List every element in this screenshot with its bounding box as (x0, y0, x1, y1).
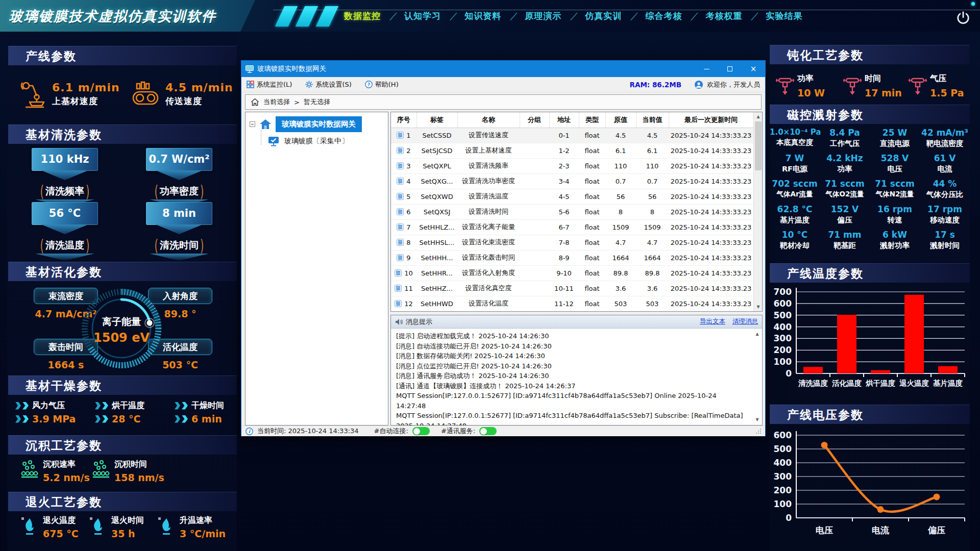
nav-item-8[interactable]: 实验结果 (765, 8, 804, 24)
annealing-value: 3 °C/min (180, 528, 226, 539)
table-row[interactable]: 2SetSJCSD设置上基材速度1-2float6.16.12025-10-24… (391, 143, 753, 158)
table-cell: 2-3 (549, 158, 579, 173)
drying-item-pressure: 风力气压 3.9 MPa (15, 399, 93, 425)
table-header-cell[interactable]: 原值 (605, 112, 636, 128)
table-row[interactable]: 11SetHHZ...设置活化真空度10-11float3.63.62025-1… (391, 281, 753, 296)
nav-item-7[interactable]: 考核权重 (704, 8, 743, 24)
sputtering-cell: 71 sccm气体O2流量 (820, 179, 870, 204)
nav-item-1[interactable]: 数据监控 (343, 8, 382, 24)
deposition-value: 5.2 nm/s (43, 472, 90, 483)
minimize-button[interactable] (695, 61, 718, 77)
scroll-down-icon[interactable]: ▼ (754, 303, 763, 311)
point-偏压 (934, 493, 940, 500)
scroll-down-icon[interactable]: ▼ (753, 415, 762, 424)
menu-system-monitor[interactable]: 系统监控(L) (247, 80, 292, 89)
table-header-cell[interactable]: 最后一次更新时间 (669, 112, 753, 128)
table-row[interactable]: 5SetQXWD设置清洗温度4-5float56562025-10-24 14:… (391, 189, 753, 204)
passivation-item-pressure: 气压 1.5 Pa (906, 73, 972, 98)
tree-node-collector[interactable]: 玻璃镀膜〔采集中〕 (261, 133, 388, 150)
table-header-cell[interactable]: 当前值 (636, 112, 669, 128)
sputtering-cell: 62.8 °C基片温度 (770, 204, 820, 230)
power-icon[interactable] (955, 10, 971, 26)
tag-row-icon (397, 223, 404, 231)
scrollbar-thumb[interactable] (755, 121, 762, 170)
table-header-cell[interactable]: 分组 (520, 112, 549, 128)
table-cell (520, 281, 549, 296)
table-cell: 3-4 (549, 173, 579, 189)
plasma-tool-icon (843, 74, 862, 101)
export-text-link[interactable]: 导出文本 (700, 317, 725, 326)
section-title: 产线电压参数 (787, 408, 864, 421)
table-row[interactable]: 8SetHHSL...设置活化束流密度7-8float4.74.72025-10… (391, 235, 753, 250)
menu-system-settings[interactable]: 系统设置(S) (305, 80, 351, 89)
section-title: 钝化工艺参数 (787, 48, 864, 62)
tree-expander-icon[interactable] (250, 121, 255, 127)
clean-param-power-density: 0.7 W/cm² (功率密度) (146, 148, 212, 207)
deposition-item-rate: 沉积速率 5.2 nm/s (20, 459, 90, 483)
table-header-cell[interactable]: 序号 (391, 112, 416, 128)
sputtering-cell: 61 V电流 (920, 153, 970, 179)
table-cell (520, 158, 549, 173)
autoconnect-toggle[interactable] (412, 427, 430, 435)
table-cell: 2 (391, 143, 416, 158)
table-cell: SetHHZ... (416, 281, 457, 296)
table-cell: 1664 (605, 250, 636, 265)
table-row[interactable]: 7SetHHLZ...设置活化离子能量6-7float150915092025-… (391, 219, 753, 235)
svg-text:400: 400 (774, 458, 792, 468)
table-cell: SetHHH... (416, 250, 457, 265)
table-cell: 0-1 (549, 128, 579, 143)
window-title: 玻璃镀膜实时数据网关 (257, 64, 326, 73)
nav-item-6[interactable]: 综合考核 (644, 8, 683, 24)
resize-grip[interactable] (756, 429, 761, 434)
sputtering-label: 偏压 (820, 215, 870, 225)
table-header-cell[interactable]: 地址 (549, 112, 579, 128)
table-scrollbar[interactable]: ▲ ▼ (753, 112, 762, 311)
deposition-value: 158 nm/s (114, 472, 164, 483)
nav-item-3[interactable]: 知识资料 (463, 8, 502, 24)
nav-item-5[interactable]: 仿真实训 (584, 8, 623, 24)
drying-label: 干燥时间 (191, 400, 224, 411)
table-header-cell[interactable]: 名称 (457, 112, 520, 128)
sputtering-label: 气体N2流量 (870, 190, 920, 199)
menu-help[interactable]: ? 帮助(H) (365, 80, 399, 89)
chevron-icon (175, 402, 180, 410)
close-button[interactable]: × (742, 61, 765, 77)
sputtering-label: 电压 (870, 164, 920, 174)
production-item-conveyor-speed: 4.5 m/min 传送速度 (132, 80, 233, 108)
table-row[interactable]: 12SetHHWD设置活化温度11-12float5035032025-10-2… (391, 296, 753, 311)
table-header-cell[interactable]: 类型 (579, 112, 605, 128)
sputtering-label: 气体O2流量 (820, 190, 870, 199)
table-row[interactable]: 4SetQXG...设置清洗功率密度3-4float0.70.72025-10-… (391, 173, 753, 189)
maximize-button[interactable] (718, 61, 742, 77)
clear-messages-link[interactable]: 清理消息 (732, 317, 758, 326)
breadcrumb[interactable]: 当前选择 > 暂无选择 (245, 94, 762, 110)
sputtering-cell: 17 rpm移动速度 (920, 204, 970, 230)
table-cell: 2025-10-24 14:33:33.23 (669, 281, 753, 296)
svg-text:300: 300 (774, 333, 792, 343)
table-row[interactable]: 1SetCSSD设置传送速度0-1float4.54.52025-10-24 1… (391, 128, 753, 143)
table-row[interactable]: 3SetQXPL设置清洗频率2-3float1101102025-10-24 1… (391, 158, 753, 173)
sputtering-label: 功率 (820, 164, 870, 174)
annealing-label: 退火时间 (111, 515, 144, 526)
ion-energy-gauge: 离子能量 1509 eV (77, 284, 166, 373)
table-row[interactable]: 10SetHHR...设置活化入射角度9-10float89.889.82025… (391, 265, 753, 281)
table-row[interactable]: 6SetQXSJ设置清洗时间5-6float882025-10-24 14:33… (391, 204, 753, 219)
passivation-label: 功率 (797, 73, 839, 84)
corner-dot-decoration (971, 2, 975, 6)
table-cell (520, 296, 549, 311)
nav-item-4[interactable]: 原理演示 (524, 8, 562, 24)
table-header-cell[interactable]: 标签 (416, 112, 457, 128)
commservice-toggle[interactable] (479, 427, 497, 435)
section-annealing-params: 退火工艺参数 (8, 492, 237, 511)
table-row[interactable]: 9SetHHH...设置活化轰击时间8-9float166416642025-1… (391, 250, 753, 265)
tree-root-label[interactable]: 玻璃镀膜实时数据网关 (276, 116, 362, 132)
dashboard-root: 玻璃镀膜技术虚拟仿真实训软件 数据监控/认知学习/知识资料/原理演示/仿真实训/… (0, 0, 980, 551)
scroll-up-icon[interactable]: ▲ (754, 112, 763, 121)
table-cell: 89.8 (605, 265, 636, 281)
tree-child-label[interactable]: 玻璃镀膜〔采集中〕 (284, 137, 349, 146)
svg-text:电压: 电压 (816, 525, 833, 535)
window-titlebar[interactable]: 玻璃镀膜实时数据网关 × (241, 61, 765, 77)
scroll-up-icon[interactable]: ▲ (753, 330, 762, 338)
nav-item-2[interactable]: 认知学习 (403, 8, 442, 24)
sputtering-cell: 8.4 Pa工作气压 (820, 128, 870, 153)
